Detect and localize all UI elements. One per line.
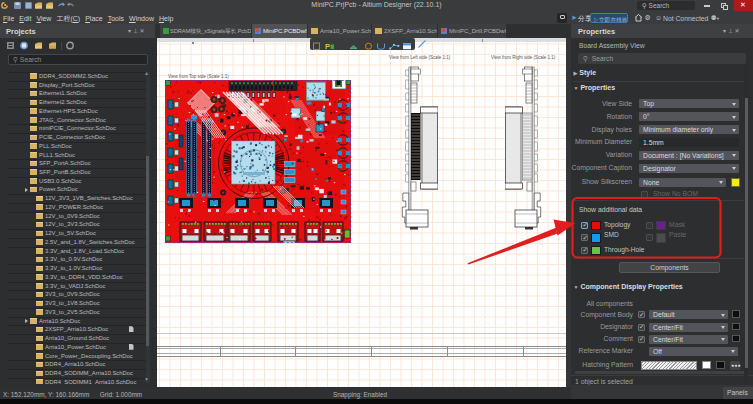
svg-text:P: P bbox=[325, 42, 330, 51]
